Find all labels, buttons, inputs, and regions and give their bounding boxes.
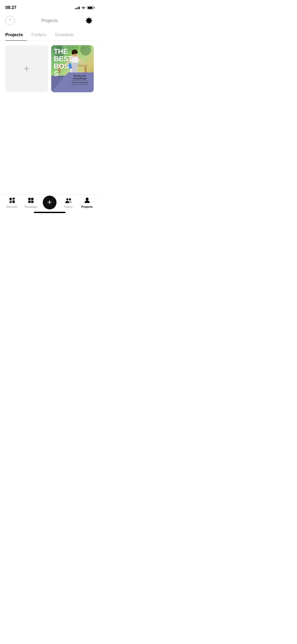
nav-item-discover[interactable]: Discover xyxy=(3,197,21,208)
wifi-icon xyxy=(81,6,86,9)
project-card-boss[interactable]: THE BEST BOS S Thanks for everything! - … xyxy=(51,45,94,92)
svg-rect-19 xyxy=(12,200,15,203)
discover-icon xyxy=(8,197,16,204)
tabs-container: Projects Folders Schedule xyxy=(0,30,99,41)
status-bar: 08:27 xyxy=(0,0,99,12)
nav-item-add[interactable]: + xyxy=(40,197,59,209)
nav-label-templates: Templates xyxy=(24,205,37,208)
nav-item-projects[interactable]: Projects xyxy=(78,197,96,208)
svg-point-25 xyxy=(69,198,71,200)
svg-rect-16 xyxy=(10,198,12,200)
home-indicator xyxy=(34,212,65,213)
help-button[interactable]: ? xyxy=(5,16,15,25)
boss-card-inner: THE BEST BOS S Thanks for everything! - … xyxy=(51,45,94,92)
status-time: 08:27 xyxy=(5,5,16,10)
signal-icon xyxy=(75,6,80,9)
svg-rect-23 xyxy=(31,201,34,203)
new-project-button[interactable]: + xyxy=(5,45,48,92)
svg-rect-17 xyxy=(10,201,12,203)
gear-icon xyxy=(86,17,92,24)
teams-icon xyxy=(65,197,72,204)
boss-thanks-divider xyxy=(72,81,88,81)
tab-folders[interactable]: Folders xyxy=(27,30,51,41)
person-icon xyxy=(83,197,91,204)
nav-label-projects: Projects xyxy=(81,205,93,208)
projects-grid: + xyxy=(0,41,99,96)
add-project-icon: + xyxy=(24,64,29,73)
svg-rect-22 xyxy=(28,201,31,203)
boss-thanks-text: Thanks for everything! - favorite employ… xyxy=(68,75,91,85)
templates-icon xyxy=(27,197,35,204)
add-button[interactable]: + xyxy=(43,196,56,209)
tab-schedule[interactable]: Schedule xyxy=(51,30,78,41)
plus-icon: + xyxy=(47,198,52,206)
status-icons xyxy=(75,6,94,9)
nav-label-teams: Teams xyxy=(64,205,72,208)
nav-item-teams[interactable]: Teams xyxy=(59,197,78,208)
svg-point-24 xyxy=(66,198,68,200)
settings-button[interactable] xyxy=(84,16,94,25)
svg-rect-18 xyxy=(12,198,15,200)
battery-icon xyxy=(87,6,94,9)
page-title: Projects xyxy=(41,18,58,24)
help-icon: ? xyxy=(9,18,11,23)
nav-item-templates[interactable]: Templates xyxy=(21,197,40,208)
nav-label-discover: Discover xyxy=(6,205,18,208)
svg-rect-21 xyxy=(31,198,34,200)
svg-rect-20 xyxy=(28,198,31,200)
svg-point-26 xyxy=(86,197,88,200)
bottom-navigation: Discover Templates + xyxy=(0,194,99,215)
boss-thanks-divider2 xyxy=(72,85,88,85)
header: ? Projects xyxy=(0,13,99,29)
nav-items: Discover Templates + xyxy=(0,197,99,209)
tab-projects[interactable]: Projects xyxy=(5,30,27,41)
